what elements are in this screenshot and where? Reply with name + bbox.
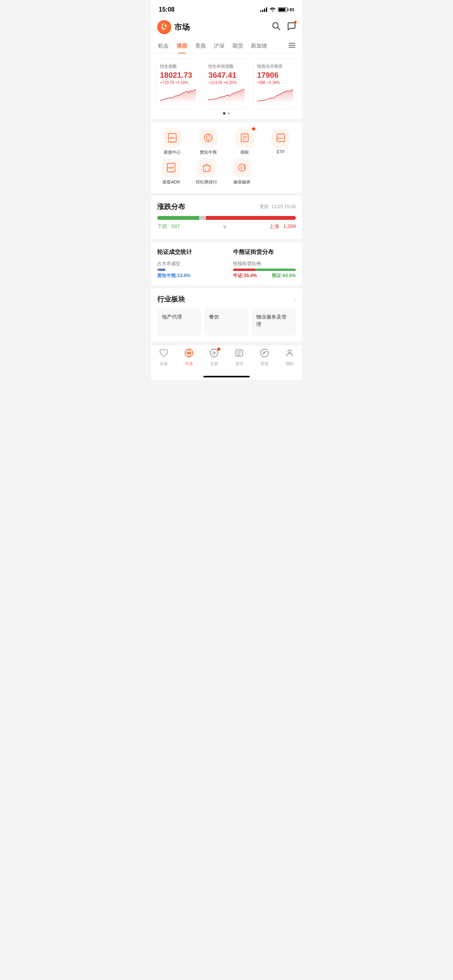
news-icon xyxy=(235,348,244,360)
svg-text:IPO: IPO xyxy=(170,136,175,140)
industry-card-3[interactable]: 物业服务及管理 xyxy=(252,308,296,336)
nav-discover-label: 发现 xyxy=(261,361,268,367)
index-card-hsi[interactable]: 恒生指数 18021.73 +723.79 +4.18% xyxy=(156,58,200,109)
message-badge xyxy=(294,21,297,24)
warrants-stats-title: 轮证成交统计 xyxy=(157,248,220,256)
nav-news[interactable]: 资讯 xyxy=(226,348,252,367)
dot-1[interactable] xyxy=(223,112,225,115)
tab-us[interactable]: 美股 xyxy=(191,39,210,53)
quick-icon-ipo[interactable]: IPO 新股中心 xyxy=(163,128,182,155)
industry-card-name-1: 地产代理 xyxy=(162,314,182,320)
index-cards-section: 恒生指数 18021.73 +723.79 +4.18% 恒生科技指数 3647… xyxy=(151,54,302,119)
options-icon xyxy=(235,128,254,147)
tab-shanghai[interactable]: 沪深 xyxy=(210,39,228,53)
nav-watchlist[interactable]: 自选 xyxy=(151,348,176,367)
nav-tabs: 机会 港股 美股 沪深 期货 新加坡 xyxy=(151,39,302,54)
options-label: 期权 xyxy=(240,149,249,155)
distribution-title: 涨跌分布 xyxy=(157,202,185,211)
profile-icon xyxy=(285,348,294,360)
tab-hk[interactable]: 港股 xyxy=(173,39,191,53)
dist-labels: 下跌 597 ∨ 上涨 1,289 xyxy=(157,223,296,230)
index-card-value-3: 17906 xyxy=(257,71,293,80)
industry-chevron-icon[interactable]: › xyxy=(293,295,296,303)
index-card-change-2: +214.55 +6.25% xyxy=(208,81,244,85)
mini-chart-2 xyxy=(208,88,244,103)
dist-chevron-icon[interactable]: ∨ xyxy=(223,223,226,230)
etf-label: ETF xyxy=(277,149,285,154)
quick-icon-adr[interactable]: ADR 港股ADR xyxy=(162,158,180,185)
quick-icon-margin[interactable]: $ 融资融券 xyxy=(233,158,251,185)
industry-card-1[interactable]: 地产代理 xyxy=(157,308,201,336)
status-bar: 15:08 93 xyxy=(151,0,302,17)
discover-icon xyxy=(260,348,269,360)
svg-point-37 xyxy=(264,353,265,354)
index-card-change-3: +586 +3.38% xyxy=(257,81,293,85)
adr-icon: ADR xyxy=(162,158,180,177)
svg-point-38 xyxy=(288,350,291,353)
index-card-change-1: +723.79 +4.18% xyxy=(160,81,196,85)
index-card-value-1: 18021.73 xyxy=(160,71,196,80)
battery-icon xyxy=(278,7,287,12)
industry-card-name-3: 物业服务及管理 xyxy=(256,314,287,327)
industry-header: 行业板块 › xyxy=(157,295,296,304)
dist-bar-down xyxy=(157,216,199,220)
tab-futures[interactable]: 期货 xyxy=(228,39,247,53)
svg-line-3 xyxy=(278,27,280,30)
bull-bear-stats-col: 牛熊证街货分布 恒指街货比例 牛证:35.4% 熊证:64.6% xyxy=(233,248,296,279)
header-left: 市场 xyxy=(157,20,190,34)
mini-chart-1 xyxy=(160,88,196,103)
warrants-stats-bar xyxy=(157,269,220,271)
broker-label: 经纪商排行 xyxy=(196,179,217,185)
index-card-tech[interactable]: 恒生科技指数 3647.41 +214.55 +6.25% xyxy=(204,58,249,109)
options-badge xyxy=(252,127,255,130)
tab-opportunity[interactable]: 机会 xyxy=(154,39,173,53)
index-card-value-2: 3647.41 xyxy=(208,71,244,80)
quick-icons-row-1: IPO 新股中心 窝轮牛熊 xyxy=(154,128,299,155)
quick-icon-options[interactable]: 期权 xyxy=(235,128,254,155)
mini-chart-3 xyxy=(257,88,293,103)
quick-icons-row-2: ADR 港股ADR 经纪商排行 $ xyxy=(154,158,299,185)
quick-icon-broker[interactable]: 经纪商排行 xyxy=(196,158,217,185)
message-icon[interactable] xyxy=(287,22,296,33)
industry-title: 行业板块 xyxy=(157,295,185,304)
industry-card-2[interactable]: 餐饮 xyxy=(204,308,249,336)
svg-text:ETF: ETF xyxy=(277,137,283,140)
nav-more-icon[interactable] xyxy=(285,39,299,53)
ipo-label: 新股中心 xyxy=(164,149,181,155)
nav-market-label: 市场 xyxy=(185,361,193,367)
nav-market[interactable]: 市场 xyxy=(176,348,201,367)
status-time: 15:08 xyxy=(159,6,175,13)
tab-singapore[interactable]: 新加坡 xyxy=(247,39,271,53)
nav-profile-label: 我的 xyxy=(286,361,293,367)
bull-bear-labels: 牛证:35.4% 熊证:64.6% xyxy=(233,272,296,279)
dot-2[interactable] xyxy=(228,112,230,115)
stats-section: 轮证成交统计 占大市成交 窝轮牛熊:13.0% 牛熊证街货分布 恒指街货比例 牛… xyxy=(151,242,302,285)
nav-trade[interactable]: 交易 xyxy=(201,348,226,367)
bull-bear-title: 牛熊证街货分布 xyxy=(233,248,296,256)
nav-discover[interactable]: 发现 xyxy=(252,348,277,367)
ipo-icon: IPO xyxy=(163,128,182,147)
status-icons: 93 xyxy=(260,7,294,13)
page-title: 市场 xyxy=(174,22,190,33)
battery-percentage: 93 xyxy=(290,7,294,12)
broker-icon xyxy=(197,158,216,177)
market-icon xyxy=(184,348,194,360)
svg-point-0 xyxy=(158,21,170,33)
quick-icon-etf[interactable]: ETF ETF xyxy=(271,128,290,155)
distribution-header: 涨跌分布 更新: 11/29 15:08 xyxy=(157,202,296,211)
quick-icons-section: IPO 新股中心 窝轮牛熊 xyxy=(151,122,302,193)
bear-bar-part xyxy=(255,269,296,271)
search-icon[interactable] xyxy=(272,22,280,33)
nav-watchlist-label: 自选 xyxy=(160,361,168,367)
signal-bars-icon xyxy=(260,7,267,12)
trade-badge xyxy=(217,348,220,351)
quick-icon-warrants[interactable]: 窝轮牛熊 xyxy=(199,128,218,155)
index-card-futures[interactable]: 恒指当月期货 17906 +586 +3.38% xyxy=(253,58,297,109)
industry-section: 行业板块 › 地产代理 餐饮 物业服务及管理 xyxy=(151,288,302,342)
nav-news-label: 资讯 xyxy=(235,361,243,367)
header-actions xyxy=(272,22,296,33)
dist-up-label: 上涨 1,289 xyxy=(269,223,296,230)
adr-label: 港股ADR xyxy=(162,179,180,185)
warrants-label: 窝轮牛熊 xyxy=(200,149,217,155)
nav-profile[interactable]: 我的 xyxy=(277,348,302,367)
